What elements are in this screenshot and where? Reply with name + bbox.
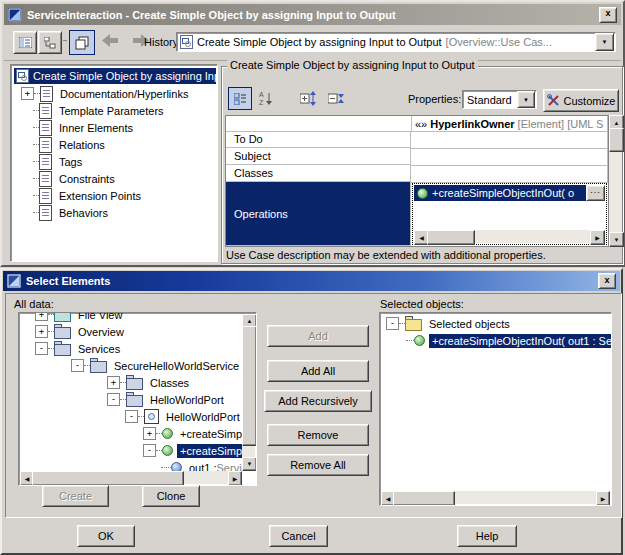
tree-item-documentation[interactable]: Documentation/Hyperlinks (21, 85, 191, 102)
tree-item-behaviors[interactable]: Behaviors (21, 204, 111, 221)
svg-text:Z: Z (259, 99, 264, 106)
tree-item-classes[interactable]: Classes (107, 374, 192, 391)
table-vscrollbar[interactable] (609, 115, 622, 247)
expand-all-icon (300, 91, 318, 106)
tree-item-selected-operation[interactable]: +createSimpleObjectInOut( out1 : Se (406, 332, 611, 349)
table-row-todo[interactable]: To Do (226, 131, 411, 148)
properties-dropdown-icon[interactable]: ▼ (517, 91, 535, 108)
properties-combobox[interactable]: Standard ▼ (462, 90, 537, 109)
tree-item-createsimpleob-1[interactable]: +createSimpleOb (143, 425, 242, 442)
scroll-thumb[interactable] (609, 128, 624, 152)
categorized-view-button[interactable] (228, 87, 252, 110)
table-row-subject[interactable]: Subject (226, 148, 411, 165)
ok-button[interactable]: OK (77, 525, 135, 547)
back-button[interactable] (102, 34, 119, 49)
tree-view-button[interactable] (38, 31, 62, 54)
collapse-all-button[interactable] (326, 89, 348, 107)
add-all-button[interactable]: Add All (267, 360, 369, 382)
scroll-thumb[interactable] (427, 230, 475, 245)
tree-item-relations[interactable]: Relations (21, 136, 108, 153)
table-value-todo[interactable] (411, 131, 608, 149)
all-data-vscrollbar[interactable] (242, 314, 255, 471)
sort-alphabetically-button[interactable]: A Z (256, 89, 276, 107)
main-close-icon[interactable] (599, 7, 617, 23)
expander-icon[interactable] (143, 444, 156, 457)
tree-item-securehelloworldservice[interactable]: SecureHelloWorldService (71, 357, 242, 374)
document-icon (40, 86, 53, 102)
dialog-app-icon (7, 274, 21, 288)
tree-item-overview[interactable]: Overview (35, 323, 127, 340)
clone-button[interactable]: Clone (142, 485, 200, 507)
more-label: ... (590, 185, 601, 195)
operations-hscrollbar[interactable] (414, 230, 605, 243)
expander-icon[interactable] (21, 87, 34, 100)
table-cell-hyperlink-owner[interactable]: «» HyperlinkOwner [Element] [UML S (411, 116, 608, 132)
selected-hscrollbar[interactable] (381, 491, 610, 504)
cascade-windows-icon (75, 36, 89, 50)
document-icon (39, 171, 52, 187)
customize-button[interactable]: Customize (543, 89, 619, 112)
help-button[interactable]: Help (457, 525, 517, 547)
remove-all-button[interactable]: Remove All (267, 454, 369, 476)
expander-icon[interactable] (107, 393, 120, 406)
folder-icon (126, 395, 143, 407)
table-value-classes[interactable] (411, 165, 608, 183)
add-button[interactable]: Add (267, 325, 369, 347)
tree-item-constraints[interactable]: Constraints (21, 170, 118, 187)
expander-icon[interactable] (143, 427, 156, 440)
expand-all-button[interactable] (298, 89, 320, 107)
expander-icon[interactable] (71, 359, 84, 372)
tree-item-extension-points[interactable]: Extension Points (21, 187, 144, 204)
customize-tools-icon (547, 94, 560, 107)
all-data-hscrollbar[interactable] (20, 471, 242, 484)
tree-item-selected-objects-root[interactable]: Selected objects (386, 315, 513, 332)
scroll-down-icon[interactable] (609, 232, 624, 247)
table-row-operations[interactable]: Operations (226, 182, 411, 246)
tree-item-tags[interactable]: Tags (21, 153, 85, 170)
scroll-right-icon[interactable] (596, 491, 610, 506)
scroll-down-icon[interactable] (242, 457, 257, 471)
remove-button[interactable]: Remove (267, 424, 369, 446)
tree-item-file-view[interactable]: File View (35, 312, 125, 323)
tree-item-createsimpleob-2[interactable]: +createSimpleOb (143, 442, 242, 459)
scroll-right-icon[interactable] (228, 471, 242, 486)
history-combobox[interactable]: Create Simple Object by assigning Input … (176, 32, 616, 52)
operation-list-item[interactable]: +createSimpleObjectInOut( o (414, 185, 587, 201)
cascade-button[interactable] (69, 30, 95, 55)
expander-icon[interactable] (107, 376, 120, 389)
expander-icon[interactable] (386, 317, 399, 330)
table-value-subject[interactable] (411, 148, 608, 166)
operation-icon (162, 428, 173, 439)
scroll-thumb[interactable] (393, 491, 455, 506)
history-dropdown-icon[interactable]: ▼ (595, 33, 614, 51)
expander-icon[interactable] (125, 410, 138, 423)
tree-item-helloworldport-component[interactable]: HelloWorldPort (125, 408, 243, 425)
dialog-close-icon[interactable] (598, 273, 616, 289)
tree-item-inner-elements[interactable]: Inner Elements (21, 119, 136, 136)
expander-icon[interactable] (35, 342, 48, 355)
properties-view-button[interactable] (13, 31, 37, 54)
add-all-label: Add All (301, 365, 335, 377)
document-icon (39, 154, 52, 170)
hyperlink-owner-type: [Element] [UML S (518, 118, 604, 130)
more-button[interactable]: ... (586, 185, 605, 201)
create-button[interactable]: Create (42, 485, 109, 507)
tree-item-services[interactable]: Services (35, 340, 123, 357)
tree-item-helloworldport-folder[interactable]: HelloWorldPort (107, 391, 227, 408)
scroll-thumb[interactable] (32, 471, 184, 486)
table-row[interactable] (226, 116, 412, 132)
add-recursively-button[interactable]: Add Recursively (264, 390, 372, 412)
tree-item-template-parameters[interactable]: Template Parameters (21, 102, 167, 119)
operations-editor[interactable]: +createSimpleObjectInOut( o ... (412, 183, 607, 245)
expander-icon[interactable] (35, 325, 48, 338)
table-row-classes[interactable]: Classes (226, 165, 411, 182)
scroll-thumb[interactable] (242, 326, 257, 446)
tree-item-label: Classes (147, 376, 192, 390)
cancel-button[interactable]: Cancel (269, 525, 328, 547)
expander-icon[interactable] (35, 312, 48, 321)
remove-label: Remove (298, 429, 339, 441)
tree-root-row[interactable]: Create Simple Object by assigning Inp (12, 67, 216, 84)
stereotype-glyph: «» (415, 118, 427, 130)
main-title-bar: ServiceInteraction - Create Simple Objec… (4, 4, 621, 25)
scroll-right-icon[interactable] (590, 230, 605, 245)
